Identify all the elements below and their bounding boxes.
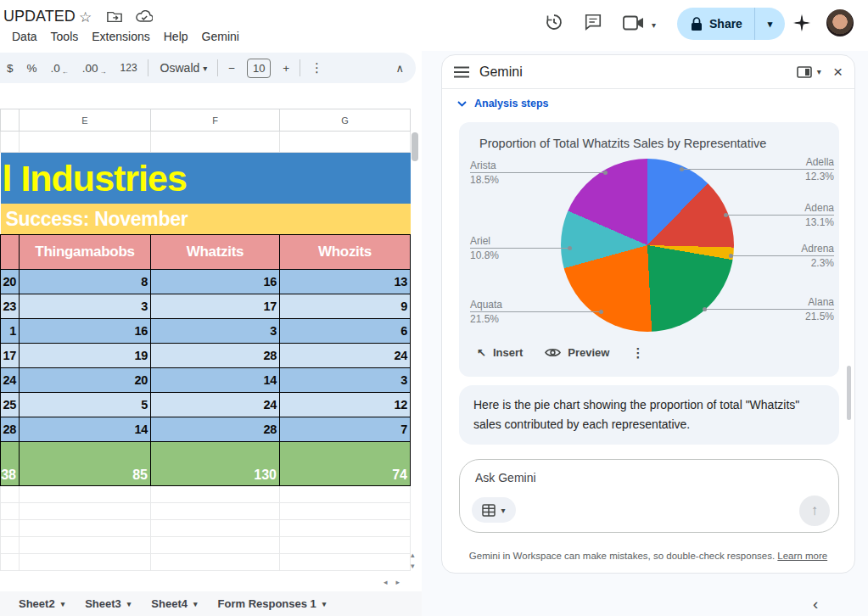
cell[interactable]: 17 [151, 294, 280, 319]
cell[interactable]: 1 [1, 319, 20, 344]
header-cell-partial[interactable] [1, 235, 20, 270]
cell[interactable]: 3 [280, 368, 411, 393]
insert-chart-button[interactable]: ↖ Insert [470, 343, 529, 362]
document-title[interactable]: UPDATED [3, 8, 76, 25]
cell[interactable]: 8 [20, 270, 151, 294]
cloud-saved-icon[interactable] [136, 10, 153, 26]
cell[interactable]: 6 [280, 319, 411, 344]
data-range-selector[interactable]: ▾ [472, 497, 516, 523]
ask-gemini-input[interactable]: Ask Gemini [475, 471, 536, 484]
cell[interactable]: 28 [1, 417, 20, 442]
cell[interactable]: 12 [280, 393, 411, 417]
total-cell[interactable]: 130 [151, 442, 280, 486]
cell[interactable]: 3 [20, 294, 151, 319]
cell[interactable]: 16 [151, 270, 280, 294]
cell[interactable]: 17 [1, 344, 20, 368]
share-button[interactable]: Share [677, 8, 754, 40]
cell[interactable]: 16 [20, 319, 151, 344]
tab-sheet2[interactable]: Sheet2 ▾ [8, 591, 75, 616]
horizontal-scroll-buttons[interactable]: ◂ ▸ [384, 577, 400, 588]
cell[interactable]: 5 [20, 393, 151, 417]
decrease-decimal-button[interactable]: .0← [44, 62, 76, 75]
learn-more-link[interactable]: Learn more [777, 551, 827, 561]
decrease-font-size-button[interactable]: − [221, 62, 242, 75]
more-formats-button[interactable]: 123 [114, 62, 144, 74]
font-family-select[interactable]: Oswald [152, 61, 204, 75]
cell[interactable]: 24 [280, 344, 411, 368]
version-history-icon[interactable] [544, 12, 564, 32]
share-caret-button[interactable]: ▾ [754, 8, 785, 40]
tab-sheet4[interactable]: Sheet4 ▾ [141, 591, 207, 616]
menu-tools[interactable]: Tools [44, 27, 86, 46]
panel-scrollbar-thumb[interactable] [847, 366, 851, 420]
gemini-sparkle-icon[interactable] [792, 13, 812, 36]
collapse-panel-icon[interactable]: ‹ [813, 595, 818, 613]
cell[interactable]: 14 [20, 417, 151, 442]
comments-icon[interactable] [584, 13, 602, 31]
header-whozits[interactable]: Whozits [280, 235, 411, 270]
cell[interactable]: 24 [151, 393, 280, 417]
menu-gemini[interactable]: Gemini [195, 27, 246, 46]
cell[interactable]: 19 [20, 344, 151, 368]
cell[interactable]: 14 [151, 368, 280, 393]
column-header-e[interactable]: E [20, 109, 151, 132]
column-header-f[interactable]: F [151, 109, 280, 132]
star-icon[interactable]: ☆ [79, 8, 92, 26]
cell[interactable]: 3 [151, 319, 280, 344]
analysis-steps-toggle[interactable]: Analysis steps [442, 89, 854, 109]
preview-chart-button[interactable]: Preview [538, 343, 616, 362]
panel-layout-icon[interactable] [797, 66, 812, 78]
header-whatzits[interactable]: Whatzits [151, 235, 280, 270]
meet-video-icon[interactable] [623, 15, 645, 31]
cell[interactable]: 20 [20, 368, 151, 393]
panel-layout-caret-icon[interactable]: ▾ [817, 67, 821, 76]
scroll-down-icon[interactable]: ▾ [411, 561, 415, 572]
header-thingamabobs[interactable]: Thingamabobs [20, 235, 151, 270]
cell[interactable]: 13 [280, 270, 411, 294]
increase-decimal-button[interactable]: .00→ [76, 62, 114, 75]
total-cell[interactable]: 85 [20, 442, 151, 486]
tab-sheet3[interactable]: Sheet3 ▾ [75, 591, 141, 616]
collapse-toolbar-icon[interactable]: ∧ [395, 62, 404, 75]
account-avatar[interactable] [826, 9, 854, 36]
analysis-steps-label: Analysis steps [474, 98, 549, 109]
cell[interactable]: 9 [280, 294, 411, 319]
tab-form-responses-1[interactable]: Form Responses 1 ▾ [208, 591, 337, 616]
total-cell[interactable]: 74 [280, 442, 411, 486]
font-size-input[interactable]: 10 [247, 59, 271, 78]
cell[interactable]: 7 [280, 417, 411, 442]
vertical-scrollbar-thumb[interactable] [412, 132, 418, 161]
cell[interactable]: 28 [151, 417, 280, 442]
font-caret-icon[interactable]: ▾ [203, 64, 214, 73]
send-button[interactable]: ↑ [799, 496, 830, 526]
column-header-partial[interactable] [1, 109, 20, 132]
bottom-right-strip [422, 591, 868, 616]
scroll-right-icon[interactable]: ▸ [396, 577, 400, 588]
column-header-g[interactable]: G [280, 109, 411, 132]
format-currency-button[interactable]: $ [0, 62, 20, 75]
caret-down-icon: ▾ [501, 506, 505, 515]
cell[interactable]: 24 [1, 368, 20, 393]
cell[interactable]: 20 [1, 270, 20, 294]
cell[interactable]: 23 [1, 294, 20, 319]
menu-help[interactable]: Help [157, 27, 195, 46]
menu-data[interactable]: Data [5, 27, 44, 46]
increase-font-size-button[interactable]: + [276, 62, 296, 75]
menu-extensions[interactable]: Extensions [85, 27, 156, 46]
format-percent-button[interactable]: % [20, 62, 44, 75]
cell[interactable]: 28 [151, 344, 280, 368]
scroll-up-icon[interactable]: ▴ [411, 550, 415, 561]
move-folder-icon[interactable] [107, 10, 122, 27]
meet-caret-icon[interactable]: ▾ [652, 20, 656, 30]
ask-gemini-box[interactable]: Ask Gemini ▾ ↑ [459, 459, 839, 533]
scroll-left-icon[interactable]: ◂ [384, 577, 388, 588]
cell[interactable]: 25 [1, 393, 20, 417]
close-panel-icon[interactable]: × [833, 63, 843, 81]
hamburger-menu-icon[interactable] [454, 66, 469, 78]
title-banner-cell[interactable]: l Industries [1, 153, 411, 204]
vertical-scroll-buttons[interactable]: ▴ ▾ [411, 550, 415, 572]
toolbar-more-icon[interactable]: ⋮ [304, 60, 330, 76]
total-cell[interactable]: 38 [1, 442, 20, 486]
chart-more-icon[interactable]: ⋮ [624, 345, 651, 361]
subtitle-banner-cell[interactable]: Success: November [1, 204, 411, 235]
